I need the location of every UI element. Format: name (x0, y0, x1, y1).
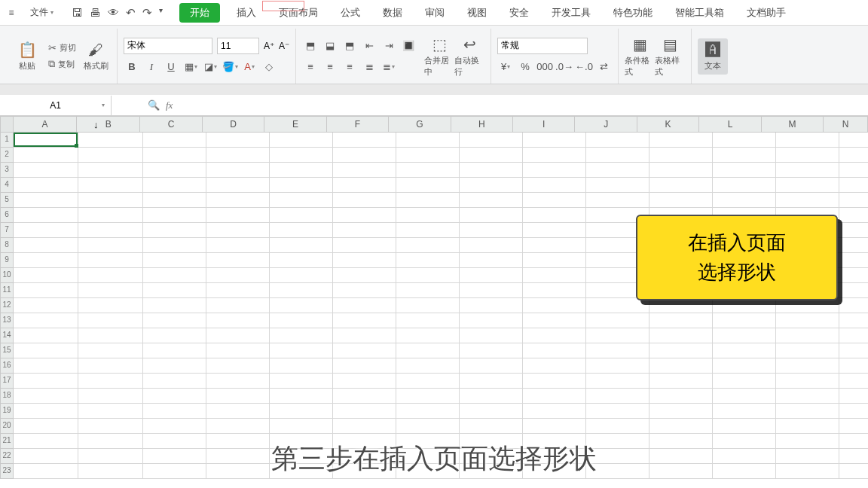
cell[interactable] (523, 389, 586, 404)
cell[interactable] (333, 163, 396, 178)
preview-icon[interactable]: 👁 (108, 6, 119, 20)
cell[interactable] (776, 163, 839, 178)
cell[interactable] (78, 419, 143, 434)
dec-decimal-icon[interactable]: ←.0 (576, 59, 592, 75)
tab-7[interactable]: 安全 (503, 3, 535, 23)
cell[interactable] (206, 148, 270, 163)
cell[interactable] (78, 358, 143, 374)
cell[interactable] (14, 358, 78, 374)
undo-icon[interactable]: ↶ (126, 6, 136, 20)
currency-icon[interactable]: ¥ (497, 59, 514, 75)
cell[interactable] (586, 163, 649, 178)
cell[interactable] (713, 178, 776, 193)
cell[interactable] (396, 268, 460, 283)
number-format-select[interactable] (497, 38, 588, 54)
cell[interactable] (78, 268, 143, 283)
cell[interactable] (206, 358, 270, 374)
cell[interactable] (839, 419, 868, 434)
cell[interactable] (143, 419, 206, 434)
cell[interactable] (333, 298, 396, 313)
cell[interactable] (839, 238, 868, 253)
cell[interactable] (14, 374, 78, 389)
cell[interactable] (523, 328, 586, 343)
cell[interactable] (839, 178, 868, 193)
cell[interactable] (396, 298, 460, 313)
cell[interactable] (78, 238, 143, 253)
cell[interactable] (206, 193, 270, 208)
cell[interactable] (839, 313, 868, 328)
cell[interactable] (396, 389, 460, 404)
copy-button[interactable]: ⧉复制 (47, 57, 78, 71)
name-box[interactable]: ▾ (0, 96, 112, 115)
cell[interactable] (396, 133, 460, 148)
cell[interactable] (839, 133, 868, 148)
cell[interactable] (460, 208, 523, 223)
cell[interactable] (206, 163, 270, 178)
cell[interactable] (78, 208, 143, 223)
cell[interactable] (776, 148, 839, 163)
cell[interactable] (649, 298, 713, 313)
cell[interactable] (776, 374, 839, 389)
col-header[interactable]: B (77, 116, 140, 133)
cell[interactable] (333, 358, 396, 374)
cell[interactable] (396, 163, 460, 178)
cell[interactable] (78, 223, 143, 238)
clear-format-button[interactable]: ◇ (261, 59, 277, 75)
conditional-format-button[interactable]: ▦ 条件格式 (625, 35, 655, 78)
cell[interactable] (14, 133, 78, 148)
cell[interactable] (586, 148, 649, 163)
cell[interactable] (586, 178, 649, 193)
cell[interactable] (78, 133, 143, 148)
cell[interactable] (586, 419, 649, 434)
cell[interactable] (713, 343, 776, 358)
inc-decimal-icon[interactable]: .0→ (556, 59, 573, 75)
cell[interactable] (143, 208, 206, 223)
cell[interactable] (333, 419, 396, 434)
cell[interactable] (333, 389, 396, 404)
cell[interactable] (713, 133, 776, 148)
col-header[interactable]: L (699, 116, 761, 133)
cell[interactable] (333, 404, 396, 419)
cell[interactable] (776, 178, 839, 193)
cell[interactable] (839, 163, 868, 178)
cell[interactable] (776, 358, 839, 374)
cell[interactable] (713, 298, 776, 313)
cell[interactable] (333, 374, 396, 389)
cell[interactable] (460, 223, 523, 238)
row-header[interactable]: 10 (0, 268, 14, 283)
cell[interactable] (143, 283, 206, 298)
cell[interactable] (523, 298, 586, 313)
cell[interactable] (270, 208, 333, 223)
cell[interactable] (270, 268, 333, 283)
cell[interactable] (206, 238, 270, 253)
cell[interactable] (14, 268, 78, 283)
cell[interactable] (839, 404, 868, 419)
cell[interactable] (586, 404, 649, 419)
cell[interactable] (270, 298, 333, 313)
cell[interactable] (396, 283, 460, 298)
cell[interactable] (649, 419, 713, 434)
cell[interactable] (14, 223, 78, 238)
cell[interactable] (839, 298, 868, 313)
cell[interactable] (523, 343, 586, 358)
cell[interactable] (333, 328, 396, 343)
cell[interactable] (523, 358, 586, 374)
cell[interactable] (586, 298, 649, 313)
cell[interactable] (523, 148, 586, 163)
font-size-select[interactable] (217, 38, 259, 54)
decrease-font-icon[interactable]: A⁻ (279, 41, 289, 51)
text-tool-button[interactable]: 🅰 文本 (698, 38, 728, 75)
borders-button[interactable]: ▦ (182, 59, 199, 75)
name-box-input[interactable] (0, 96, 111, 115)
row-header[interactable]: 20 (0, 419, 14, 434)
row-header[interactable]: 18 (0, 389, 14, 404)
cell[interactable] (14, 163, 78, 178)
cell[interactable] (776, 404, 839, 419)
cell[interactable] (143, 238, 206, 253)
cell[interactable] (649, 178, 713, 193)
tab-3[interactable]: 公式 (335, 3, 366, 23)
cell[interactable] (776, 343, 839, 358)
percent-icon[interactable]: % (517, 59, 533, 75)
comma-icon[interactable]: 000 (536, 59, 553, 75)
cell[interactable] (143, 404, 206, 419)
